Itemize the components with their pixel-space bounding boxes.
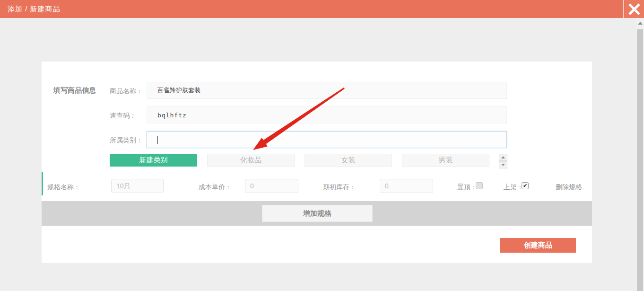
new-category-button[interactable]: 新建类别 <box>110 154 197 167</box>
cost-price-input[interactable] <box>245 179 298 193</box>
quick-code-input[interactable] <box>147 106 507 123</box>
header-divider <box>623 0 624 18</box>
spec-name-input[interactable] <box>111 179 164 193</box>
arrow-down-icon <box>501 164 505 166</box>
pin-label: 置顶： <box>457 183 477 192</box>
spec-name-label: 规格名称： <box>47 183 80 192</box>
onsale-checkbox[interactable] <box>522 182 529 189</box>
arrow-up-icon <box>638 22 643 25</box>
pin-checkbox[interactable] <box>476 182 483 189</box>
scrollbar[interactable] <box>636 18 644 291</box>
cost-price-label: 成本单价： <box>199 183 232 192</box>
spec-accent-bar <box>42 172 43 195</box>
arrow-up-icon <box>501 156 505 159</box>
category-spinner <box>499 154 507 168</box>
category-option-menswear[interactable]: 男装 <box>402 154 489 167</box>
add-spec-button[interactable]: 增加规格 <box>262 205 373 222</box>
section-title: 填写商品信息 <box>53 86 96 95</box>
add-product-page: 添加 / 新建商品 填写商品信息 商品名称： 速查码： 所属类别： 新建类别 化… <box>0 0 644 291</box>
scroll-up-button[interactable] <box>636 19 644 27</box>
initial-stock-input[interactable] <box>380 179 433 193</box>
breadcrumb: 添加 / 新建商品 <box>8 0 61 18</box>
onsale-label: 上架： <box>504 183 523 192</box>
spinner-down-button[interactable] <box>499 161 507 168</box>
category-label: 所属类别： <box>110 136 143 145</box>
delete-spec-link[interactable]: 删除规格 <box>556 183 582 192</box>
close-button[interactable] <box>625 0 644 18</box>
product-name-input[interactable] <box>147 82 507 99</box>
category-option-womenswear[interactable]: 女装 <box>305 154 392 167</box>
spinner-up-button[interactable] <box>499 154 507 161</box>
category-option-cosmetics[interactable]: 化妆品 <box>207 154 295 167</box>
header-bar: 添加 / 新建商品 <box>0 0 644 18</box>
create-product-button[interactable]: 创建商品 <box>500 238 576 253</box>
close-icon <box>628 3 641 16</box>
product-form-card: 填写商品信息 商品名称： 速查码： 所属类别： 新建类别 化妆品 女装 男装 规… <box>42 62 592 263</box>
product-name-label: 商品名称： <box>110 87 143 96</box>
initial-stock-label: 期初库存： <box>323 183 356 192</box>
scrollbar-thumb[interactable] <box>637 29 643 291</box>
text-caret <box>157 136 158 144</box>
category-input[interactable] <box>147 131 507 148</box>
add-spec-band: 增加规格 <box>42 201 592 226</box>
quick-code-label: 速查码： <box>110 112 136 120</box>
